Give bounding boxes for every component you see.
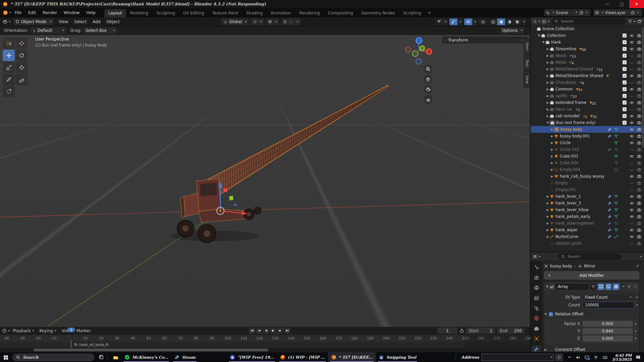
disclosure-icon[interactable]: ▶ xyxy=(546,67,550,71)
menu-window[interactable]: Window xyxy=(60,8,83,17)
wrench-icon[interactable] xyxy=(608,147,612,152)
visibility-eye-icon[interactable] xyxy=(630,235,634,239)
factor-field-z[interactable]: 0.000 xyxy=(583,336,633,342)
properties-tab-collection[interactable] xyxy=(532,325,541,332)
disclosure-icon[interactable]: ▶ xyxy=(550,155,554,158)
factor-field-y[interactable]: 0.940 xyxy=(583,328,633,334)
curvedata-icon[interactable] xyxy=(614,235,618,239)
timeline-scroll-thumb[interactable] xyxy=(34,349,268,351)
address-dropdown-caret[interactable] xyxy=(550,357,552,358)
collection-checkbox[interactable]: ✓ xyxy=(623,54,627,58)
render-visibility-icon[interactable] xyxy=(637,141,641,145)
relative-offset-checkbox[interactable]: ✓ xyxy=(549,312,553,316)
minimize-button[interactable]: — xyxy=(600,0,614,8)
disclosure-icon[interactable]: ▼ xyxy=(541,41,545,44)
visibility-eye-icon[interactable] xyxy=(630,114,634,118)
wrench-icon[interactable] xyxy=(608,221,612,225)
taskbar-clock[interactable]: 6:42 PM 3/13/2025 xyxy=(612,353,632,361)
disclosure-icon[interactable]: ▶ xyxy=(546,81,550,84)
collection-checkbox[interactable]: ✓ xyxy=(623,40,627,44)
viewport-menu-select[interactable]: Select xyxy=(71,17,90,26)
editor-type-icon[interactable] xyxy=(3,19,11,24)
proportional-editing[interactable] xyxy=(281,18,301,25)
shading-rendered[interactable] xyxy=(513,18,521,25)
viewlayer-selector[interactable]: ViewLayer ✕ xyxy=(593,9,642,16)
disclosure-icon[interactable]: ▶ xyxy=(550,128,554,131)
render-visibility-icon[interactable] xyxy=(637,181,641,185)
outliner-row-uplifts[interactable]: ▶uplifts27✓ xyxy=(531,93,644,99)
new-collection-icon[interactable] xyxy=(637,19,642,23)
outliner-search-input[interactable] xyxy=(560,19,623,24)
render-visibility-icon[interactable] xyxy=(637,74,641,78)
taskbar-search[interactable]: Search xyxy=(12,354,94,361)
visibility-dropdown[interactable] xyxy=(435,18,447,25)
outliner-row-hank-lever-1[interactable]: ▶hank_lever_1 xyxy=(531,193,644,200)
ortho-toggle-button[interactable] xyxy=(424,95,433,104)
constant-offset-checkbox[interactable] xyxy=(549,348,553,352)
disclosure-icon[interactable]: ▶ xyxy=(550,141,554,144)
visibility-eye-icon[interactable] xyxy=(630,67,634,71)
disclosure-icon[interactable]: ▶ xyxy=(546,114,550,118)
workspace-tab-geometry-nodes[interactable]: Geometry Nodes xyxy=(357,9,399,17)
camera-view-button[interactable] xyxy=(424,85,433,94)
address-input[interactable] xyxy=(482,354,554,361)
play-reverse-button[interactable] xyxy=(263,327,269,334)
jump-to-start-button[interactable] xyxy=(249,327,255,334)
animate-dot[interactable] xyxy=(636,304,638,306)
meshdata-icon[interactable] xyxy=(614,221,618,225)
render-visibility-icon[interactable] xyxy=(637,40,641,45)
workspace-tab-scripting[interactable]: Scripting xyxy=(399,9,425,17)
meshdata-icon[interactable] xyxy=(614,215,618,219)
taskbar-app-snipping[interactable]: Snipping Tool xyxy=(376,352,419,362)
zoom-button[interactable] xyxy=(424,65,433,74)
add-modifier-button[interactable]: +Add Modifier xyxy=(544,271,639,280)
end-frame-field[interactable]: End250 xyxy=(497,327,525,334)
show-in-viewport-toggle[interactable] xyxy=(605,284,612,290)
visibility-eye-icon[interactable] xyxy=(630,87,634,92)
workspace-tab-sculpting[interactable]: Sculpting xyxy=(152,9,179,17)
pivot-selector[interactable] xyxy=(251,18,264,25)
unlink-scene-icon[interactable]: ✕ xyxy=(585,10,589,15)
blender-menu-icon[interactable] xyxy=(3,10,11,15)
meshdata-icon[interactable] xyxy=(614,228,618,232)
meshdata-icon[interactable] xyxy=(614,208,618,212)
taskbar-app-steam[interactable]: Steam xyxy=(171,352,199,362)
outliner-scrollbar[interactable] xyxy=(642,27,644,147)
visibility-eye-icon[interactable] xyxy=(630,241,634,246)
visibility-eye-icon[interactable] xyxy=(630,40,634,45)
animate-dot[interactable] xyxy=(635,338,636,339)
visibility-eye-icon[interactable] xyxy=(630,127,634,132)
remove-viewlayer-icon[interactable]: ✕ xyxy=(636,10,640,15)
render-visibility-icon[interactable] xyxy=(637,235,641,239)
wrench-icon[interactable] xyxy=(608,134,612,138)
tool-select-box[interactable] xyxy=(3,38,15,49)
visibility-eye-icon[interactable] xyxy=(630,121,634,125)
outliner-row-hank-cab-bussy-wussy[interactable]: ▶hank_cab_bussy wussy xyxy=(531,173,644,180)
start-frame-field[interactable]: Start1 xyxy=(466,327,495,334)
wrench-icon[interactable] xyxy=(608,215,612,219)
meshdata-icon[interactable] xyxy=(614,127,618,131)
render-visibility-icon[interactable] xyxy=(637,114,641,118)
play-button[interactable] xyxy=(270,327,276,334)
taskbar-app-explorer[interactable] xyxy=(110,352,121,362)
collection-checkbox[interactable]: ✓ xyxy=(623,94,627,98)
outliner-row-cube-001[interactable]: ▶Cube.001 xyxy=(531,153,644,160)
render-visibility-icon[interactable] xyxy=(637,101,641,105)
outliner-row-race-car[interactable]: ▶Race car3✓ xyxy=(531,106,644,113)
modifier-drag-grip[interactable] xyxy=(633,285,637,288)
tray-chevron-icon[interactable] xyxy=(568,355,572,359)
new-viewlayer-icon[interactable] xyxy=(631,11,635,15)
transform-panel-header[interactable]: › Transform xyxy=(442,37,528,44)
tool-move[interactable] xyxy=(3,50,15,61)
properties-tab-tool[interactable] xyxy=(532,264,541,271)
image-icon[interactable] xyxy=(614,168,618,172)
start-button[interactable] xyxy=(3,355,8,360)
show-in-render-toggle[interactable] xyxy=(613,284,619,290)
workspace-tab-animation[interactable]: Animation xyxy=(267,9,295,17)
meshdata-icon[interactable] xyxy=(614,134,618,138)
address-go-button[interactable] xyxy=(555,354,563,361)
properties-tab-render[interactable] xyxy=(532,274,541,281)
taskbar-app-firefox[interactable]: (1) WIP - [WIP ... xyxy=(277,352,328,362)
add-workspace-button[interactable]: + xyxy=(425,10,434,15)
wrench-icon[interactable] xyxy=(608,127,612,131)
